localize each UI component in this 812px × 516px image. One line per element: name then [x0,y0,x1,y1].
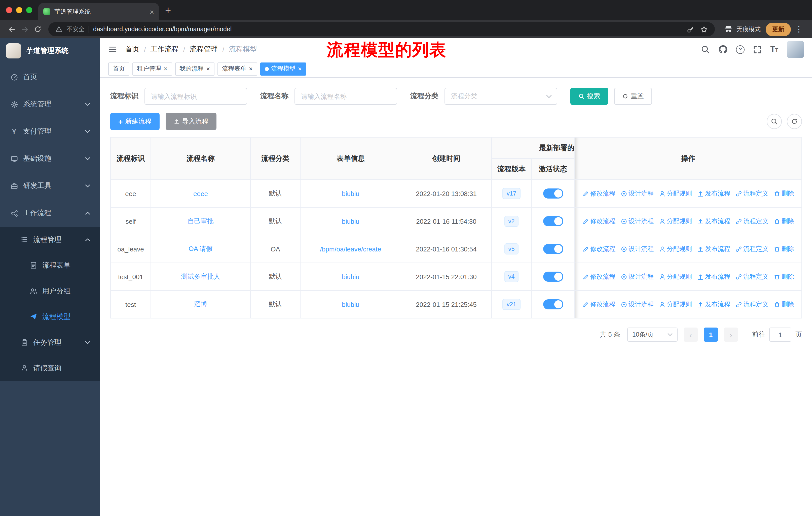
goto-page-input[interactable] [769,328,791,342]
sidebar-item-process-management[interactable]: 流程管理 [0,227,100,252]
assign-rule-link[interactable]: 分配规则 [659,272,692,281]
minimize-window-button[interactable] [16,7,22,13]
close-window-button[interactable] [6,7,12,13]
design-process-link[interactable]: 设计流程 [620,272,654,281]
sidebar-item-home[interactable]: 首页 [0,63,100,91]
next-page-button[interactable]: › [724,328,738,342]
process-key-input[interactable] [144,88,247,105]
reset-button[interactable]: 重置 [614,88,652,105]
search-icon[interactable] [701,45,710,54]
status-toggle[interactable] [543,244,563,254]
url-text[interactable]: dashboard.yudao.iocoder.cn/bpm/manager/m… [93,26,683,33]
category-select[interactable]: 流程分类 [444,88,557,105]
form-info-link[interactable]: biubiu [342,190,359,197]
prev-page-button[interactable]: ‹ [684,328,698,342]
browser-menu-icon[interactable]: ⋮ [795,25,803,33]
new-tab-button[interactable]: + [165,5,171,15]
form-info-link[interactable]: biubiu [342,301,359,308]
process-name-link[interactable]: 滔博 [194,300,207,308]
sidebar-item-process-model[interactable]: 流程模型 [0,304,100,330]
close-icon[interactable]: × [164,65,167,72]
process-definition-link[interactable]: 流程定义 [735,189,768,198]
status-toggle[interactable] [543,216,563,226]
delete-process-link[interactable]: 删除 [774,189,794,198]
refresh-table-button[interactable] [787,114,802,129]
tag-tenant-management[interactable]: 租户管理 × [133,62,172,75]
forward-button[interactable] [18,23,31,36]
edit-process-link[interactable]: 修改流程 [582,189,615,198]
avatar[interactable] [787,41,804,58]
publish-process-link[interactable]: 发布流程 [697,217,730,225]
sidebar-item-devtools[interactable]: 研发工具 [0,172,100,199]
process-name-link[interactable]: OA 请假 [188,245,212,252]
process-name-link[interactable]: 自己审批 [187,217,214,225]
process-name-input[interactable] [294,88,397,105]
process-definition-link[interactable]: 流程定义 [735,217,768,225]
zoom-window-button[interactable] [26,7,32,13]
font-size-icon[interactable]: TT [770,45,778,54]
search-button[interactable]: 搜索 [570,88,608,105]
breadcrumb-home[interactable]: 首页 [125,45,140,54]
sidebar-item-leave-query[interactable]: 请假查询 [0,355,100,381]
sidebar-item-system[interactable]: 系统管理 [0,91,100,118]
process-definition-link[interactable]: 流程定义 [735,300,768,309]
status-toggle[interactable] [543,299,563,309]
current-page-button[interactable]: 1 [704,328,718,342]
design-process-link[interactable]: 设计流程 [620,300,654,309]
status-toggle[interactable] [543,272,563,282]
process-name-link[interactable]: eeee [193,190,208,197]
sidebar-item-process-form[interactable]: 流程表单 [0,252,100,278]
sidebar-item-task-management[interactable]: 任务管理 [0,330,100,355]
browser-update-button[interactable]: 更新 [766,22,791,36]
sidebar-item-workflow[interactable]: 工作流程 [0,199,100,227]
assign-rule-link[interactable]: 分配规则 [659,217,692,225]
reload-button[interactable] [31,23,44,36]
status-toggle[interactable] [543,188,563,198]
publish-process-link[interactable]: 发布流程 [697,300,730,309]
back-button[interactable] [5,23,18,36]
breadcrumb-workflow[interactable]: 工作流程 [150,45,179,54]
sidebar-item-user-group[interactable]: 用户分组 [0,278,100,304]
close-icon[interactable]: × [298,65,302,72]
address-bar[interactable]: 不安全 dashboard.yudao.iocoder.cn/bpm/manag… [48,22,715,36]
form-info-link[interactable]: biubiu [342,217,359,225]
tag-process-model[interactable]: 流程模型 × [260,62,306,75]
assign-rule-link[interactable]: 分配规则 [659,189,692,198]
password-key-icon[interactable] [687,25,694,33]
process-definition-link[interactable]: 流程定义 [735,272,768,281]
sidebar-collapse-icon[interactable] [108,45,117,54]
tag-process-form[interactable]: 流程表单 × [218,62,257,75]
security-label[interactable]: 不安全 [66,25,85,33]
edit-process-link[interactable]: 修改流程 [582,245,615,253]
assign-rule-link[interactable]: 分配规则 [659,245,692,253]
sidebar-item-infrastructure[interactable]: 基础设施 [0,145,100,172]
form-info-link[interactable]: biubiu [342,273,359,280]
sidebar-item-payment[interactable]: ¥ 支付管理 [0,118,100,145]
delete-process-link[interactable]: 删除 [774,245,794,253]
edit-process-link[interactable]: 修改流程 [582,272,615,281]
import-process-button[interactable]: 导入流程 [166,113,216,130]
bookmark-star-icon[interactable] [700,25,708,33]
page-size-select[interactable]: 10条/页 [627,328,677,342]
toggle-search-button[interactable] [767,114,782,129]
publish-process-link[interactable]: 发布流程 [697,189,730,198]
assign-rule-link[interactable]: 分配规则 [659,300,692,309]
edit-process-link[interactable]: 修改流程 [582,300,615,309]
form-info-link[interactable]: /bpm/oa/leave/create [320,245,381,253]
delete-process-link[interactable]: 删除 [774,300,794,309]
tag-my-process[interactable]: 我的流程 × [175,62,214,75]
tab-close-icon[interactable]: × [149,8,154,16]
edit-process-link[interactable]: 修改流程 [582,217,615,225]
help-icon[interactable]: ? [736,45,745,54]
delete-process-link[interactable]: 删除 [774,217,794,225]
breadcrumb-process-management[interactable]: 流程管理 [190,45,218,54]
process-name-link[interactable]: 测试多审批人 [181,273,220,280]
publish-process-link[interactable]: 发布流程 [697,245,730,253]
browser-tab[interactable]: 芋道管理系统 × [38,3,159,20]
github-icon[interactable] [718,45,727,54]
close-icon[interactable]: × [206,65,210,72]
publish-process-link[interactable]: 发布流程 [697,272,730,281]
design-process-link[interactable]: 设计流程 [620,217,654,225]
fullscreen-icon[interactable] [753,45,762,54]
process-definition-link[interactable]: 流程定义 [735,245,768,253]
